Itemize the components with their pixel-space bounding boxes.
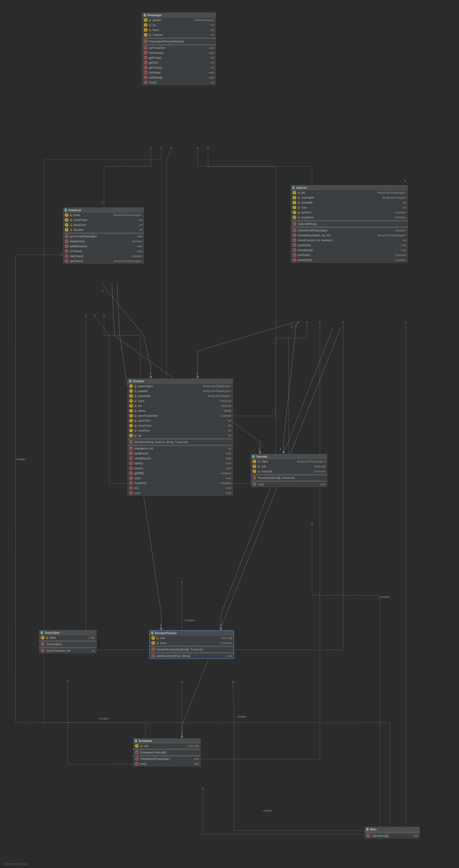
member-name: nextTrans()	[149, 51, 207, 54]
member-type: SubList[]	[314, 465, 325, 468]
class-name: Main	[370, 828, 376, 831]
member-row: mrun()void	[133, 762, 201, 766]
method-icon: m	[129, 461, 133, 465]
field-icon: f	[144, 23, 148, 27]
footer-credit: Powered by yFiles	[4, 862, 27, 865]
member-name: trans	[153, 28, 209, 31]
member-name: run()	[134, 491, 224, 494]
member-row: mtransDone()void	[291, 248, 407, 253]
class-passenger[interactable]: CPassengerfpersonPersonRequestfupintftra…	[142, 12, 216, 85]
member-row: fmoveTimeint	[128, 423, 233, 428]
member-row: mcheckTurn(int, int, boolean)int	[291, 238, 407, 243]
member-type: ArrayList<Passenger>	[377, 191, 406, 194]
member-row: ftransArrayList<Passenger>	[63, 213, 144, 218]
class-icon: C	[135, 739, 137, 742]
member-row: ftransListTransList	[251, 469, 327, 474]
class-title: CMain	[365, 827, 420, 832]
member-name: tryGetIn()	[134, 482, 219, 485]
lock-icon	[149, 24, 151, 26]
member-type: void	[320, 483, 325, 486]
member-type: ArrayList<Passenger>	[114, 213, 142, 217]
member-type: void	[137, 235, 142, 238]
svg-text:1: 1	[220, 624, 221, 627]
class-elevatorfactory[interactable]: CElevatorFactoryfsubSubList[]ftransTrans…	[149, 630, 234, 659]
member-name: transList	[262, 470, 312, 473]
member-name: noTrans()	[70, 250, 135, 253]
member-name: up	[138, 434, 226, 437]
method-icon: m	[252, 483, 256, 486]
member-row: mScheduler(SubList[])	[133, 750, 201, 755]
lock-icon	[258, 465, 260, 468]
lock-icon	[258, 460, 260, 463]
class-scheduler[interactable]: CSchedulerfsubSubList[]mScheduler(SubLis…	[133, 738, 201, 767]
member-name: passengers	[138, 384, 201, 388]
method-icon: m	[144, 76, 148, 79]
lock-icon	[70, 219, 72, 221]
member-type: boolean	[396, 216, 406, 219]
member-type: void	[137, 245, 142, 248]
member-name: TransTable()	[46, 643, 93, 646]
class-elevator[interactable]: CElevatorfpassengersArrayList<Passenger>…	[127, 378, 233, 496]
member-row: mSubList(String)	[291, 221, 407, 226]
member-row: mnextTrans()void	[142, 51, 216, 55]
member-row: freachableArrayList<Integer>	[291, 195, 407, 200]
member-name: transDone()	[298, 249, 399, 252]
class-icon: C	[151, 631, 153, 634]
member-type: ArrayList<Integer>	[382, 196, 406, 199]
member-type: int	[211, 61, 214, 64]
member-name: checkTurn(int, int, boolean)	[298, 239, 401, 242]
svg-text:1: 1	[160, 624, 161, 627]
member-row: mchange(int, int)int	[128, 446, 233, 451]
member-type: boolean	[221, 471, 231, 475]
class-icon: C	[144, 13, 146, 17]
member-name: close()	[134, 467, 224, 470]
svg-text:1: 1	[291, 325, 292, 328]
class-main[interactable]: CMainmmain(String[])void	[365, 827, 420, 839]
member-row: mout(String)void	[142, 75, 216, 80]
lock-icon	[134, 400, 136, 402]
method-icon: m	[129, 481, 133, 485]
member-name: putOver	[301, 211, 394, 214]
member-type: int	[403, 201, 406, 204]
member-type: void	[194, 762, 199, 765]
class-icon: C	[252, 455, 254, 458]
field-icon: f	[65, 223, 68, 227]
member-name: person	[153, 19, 193, 22]
field-icon: f	[293, 201, 296, 204]
member-name: sub	[144, 744, 186, 747]
member-name: transOver()	[298, 258, 394, 261]
member-name: addElevator()	[70, 245, 135, 248]
member-row: msetTrans(int)void	[142, 45, 216, 51]
member-row: ftableint[][]	[39, 636, 96, 640]
class-translist[interactable]: CTransListftransArrayList<Passenger>fnee…	[63, 208, 144, 264]
member-type: int	[92, 649, 95, 652]
member-type: void	[209, 71, 214, 74]
member-row: mElevator(String, SubList, String, Trans…	[128, 440, 233, 444]
member-row: fupint	[128, 433, 233, 438]
method-icon: m	[65, 254, 68, 258]
method-icon: m	[366, 834, 370, 838]
class-transtable[interactable]: CTransTableftableint[][]mTransTable()mch…	[39, 630, 97, 654]
member-name: available	[301, 201, 401, 204]
member-row: fpassengersArrayList<Passenger>	[128, 384, 233, 389]
member-name: checkSend(Passenger)	[298, 229, 394, 232]
method-icon: m	[135, 762, 139, 766]
method-icon: m	[129, 466, 133, 470]
member-row: fnameString	[128, 408, 233, 413]
class-icon: C	[41, 631, 43, 634]
class-sublist[interactable]: CSubListflistArrayList<Passenger>freacha…	[291, 185, 408, 263]
member-row: freachableArrayList<Integer>	[128, 394, 233, 399]
member-type: int	[228, 424, 231, 427]
member-type: void	[226, 462, 231, 465]
member-type: boolean	[396, 229, 406, 232]
member-name: moveTime	[138, 424, 226, 427]
method-icon: m	[293, 248, 296, 252]
member-name: getTrans()	[149, 66, 209, 69]
lock-icon	[70, 214, 72, 216]
member-row: ftransArrayList<Passenger>	[251, 459, 327, 464]
method-icon: m	[293, 258, 296, 262]
member-type: void	[209, 76, 214, 79]
class-transfer[interactable]: CTransferftransArrayList<Passenger>fsubS…	[251, 454, 327, 487]
method-icon: m	[65, 259, 68, 263]
class-title: CTransfer	[251, 454, 327, 459]
